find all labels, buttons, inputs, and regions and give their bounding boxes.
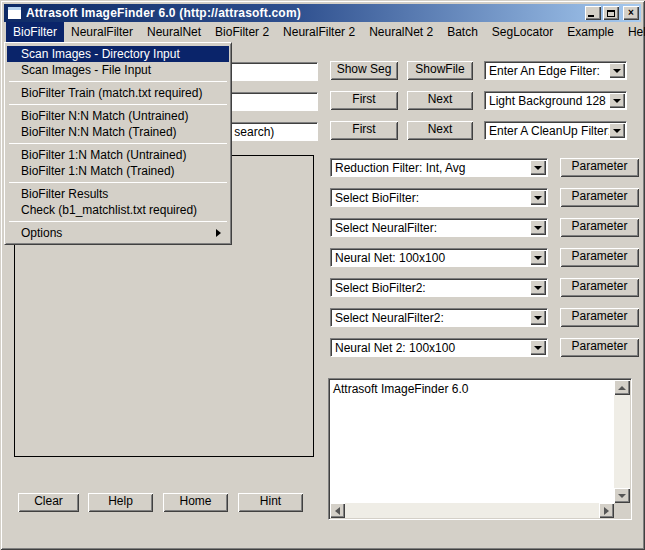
parameter-button-6[interactable]: Parameter (560, 308, 639, 327)
scrollbar-corner (614, 503, 630, 518)
chevron-down-icon (613, 69, 621, 73)
biofilter-select-value: Select BioFilter: (331, 189, 547, 206)
neuralfilter2-dropdown-button[interactable] (530, 310, 546, 325)
clear-button[interactable]: Clear (18, 493, 79, 512)
scroll-right-button[interactable] (599, 503, 614, 518)
chevron-down-icon (613, 99, 621, 103)
menu-separator (9, 182, 227, 183)
neural-net-dropdown-button[interactable] (530, 250, 546, 265)
menu-neuralnet2[interactable]: NeuralNet 2 (362, 22, 440, 42)
next-button-1[interactable]: Next (407, 91, 473, 110)
menu-neuralnet[interactable]: NeuralNet (140, 22, 208, 42)
home-button[interactable]: Home (163, 493, 228, 512)
menu-neuralfilter[interactable]: NeuralFilter (64, 22, 140, 42)
scroll-left-button[interactable] (330, 503, 345, 518)
biofilter-select[interactable]: Select BioFilter: (330, 188, 548, 207)
menu-item-1n-match-untrained[interactable]: BioFilter 1:N Match (Untrained) (7, 147, 229, 163)
menu-batch[interactable]: Batch (440, 22, 485, 42)
edge-filter-select[interactable]: Enter An Edge Filter: (484, 61, 627, 80)
reduction-filter-dropdown-button[interactable] (530, 160, 546, 175)
chevron-down-icon (534, 196, 542, 200)
output-log-text: Attrasoft ImageFinder 6.0 (330, 380, 614, 503)
show-file-button[interactable]: ShowFile (407, 61, 473, 80)
menu-item-scan-images-directory-input[interactable]: Scan Images - Directory Input (7, 46, 229, 62)
first-button-1[interactable]: First (330, 91, 398, 110)
chevron-down-icon (613, 129, 621, 133)
output-log[interactable]: Attrasoft ImageFinder 6.0 (328, 378, 632, 520)
menu-item-check-matchlist[interactable]: Check (b1_matchlist.txt required) (7, 202, 229, 218)
menu-separator (9, 221, 227, 222)
cleanup-filter-dropdown-button[interactable] (609, 123, 625, 138)
parameter-button-5[interactable]: Parameter (560, 278, 639, 297)
menu-item-nn-match-trained[interactable]: BioFilter N:N Match (Trained) (7, 124, 229, 140)
maximize-button[interactable] (603, 6, 619, 20)
window-title: Attrasoft ImageFinder 6.0 (http://attras… (26, 6, 583, 20)
biofilter2-select[interactable]: Select BioFilter2: (330, 278, 548, 297)
background-filter-dropdown-button[interactable] (609, 93, 625, 108)
reduction-filter-value: Reduction Filter: Int, Avg (331, 159, 547, 176)
arrow-left-icon (335, 507, 340, 515)
chevron-down-icon (534, 346, 542, 350)
minimize-button[interactable] (585, 6, 601, 20)
reduction-filter-select[interactable]: Reduction Filter: Int, Avg (330, 158, 548, 177)
edge-filter-value: Enter An Edge Filter: (485, 62, 626, 79)
parameter-button-7[interactable]: Parameter (560, 338, 639, 357)
cleanup-filter-value: Enter A CleanUp Filter: (485, 122, 626, 139)
menu-item-options-label: Options (21, 225, 62, 241)
edge-filter-dropdown-button[interactable] (609, 63, 625, 78)
title-bar[interactable]: Attrasoft ImageFinder 6.0 (http://attras… (4, 4, 641, 22)
background-filter-select[interactable]: Light Background 128 (484, 91, 627, 110)
neural-net2-dropdown-button[interactable] (530, 340, 546, 355)
hint-button[interactable]: Hint (238, 493, 303, 512)
biofilter2-dropdown-button[interactable] (530, 280, 546, 295)
cleanup-filter-select[interactable]: Enter A CleanUp Filter: (484, 121, 627, 140)
parameter-button-2[interactable]: Parameter (560, 188, 639, 207)
menu-example[interactable]: Example (560, 22, 621, 42)
scroll-down-button[interactable] (614, 488, 630, 503)
menu-seglocator[interactable]: SegLocator (485, 22, 560, 42)
close-icon: × (628, 7, 634, 19)
first-button-2[interactable]: First (330, 121, 398, 140)
menu-item-options[interactable]: Options (7, 225, 229, 241)
neuralfilter2-select[interactable]: Select NeuralFilter2: (330, 308, 548, 327)
menu-separator (9, 104, 227, 105)
parameter-button-1[interactable]: Parameter (560, 158, 639, 177)
maximize-icon (607, 10, 615, 17)
help-button[interactable]: Help (88, 493, 153, 512)
neuralfilter-dropdown-button[interactable] (530, 220, 546, 235)
next-button-2[interactable]: Next (407, 121, 473, 140)
menu-help[interactable]: Help (621, 22, 645, 42)
neuralfilter2-select-value: Select NeuralFilter2: (331, 309, 547, 326)
horizontal-scrollbar[interactable] (330, 503, 614, 518)
parameter-button-3[interactable]: Parameter (560, 218, 639, 237)
chevron-down-icon (534, 226, 542, 230)
menu-biofilter[interactable]: BioFilter (6, 22, 64, 42)
chevron-down-icon (534, 316, 542, 320)
vertical-scrollbar[interactable] (614, 380, 630, 503)
chevron-down-icon (534, 166, 542, 170)
scroll-up-button[interactable] (614, 380, 630, 395)
menu-item-scan-images-file-input[interactable]: Scan Images - File Input (7, 62, 229, 78)
background-filter-value: Light Background 128 (485, 92, 626, 109)
neuralfilter-select-value: Select NeuralFilter: (331, 219, 547, 236)
close-button[interactable]: × (623, 6, 639, 20)
app-window: Attrasoft ImageFinder 6.0 (http://attras… (0, 0, 645, 550)
neural-net2-select[interactable]: Neural Net 2: 100x100 (330, 338, 548, 357)
biofilter2-select-value: Select BioFilter2: (331, 279, 547, 296)
menu-neuralfilter2[interactable]: NeuralFilter 2 (276, 22, 362, 42)
menu-item-1n-match-trained[interactable]: BioFilter 1:N Match (Trained) (7, 163, 229, 179)
menu-biofilter2[interactable]: BioFilter 2 (208, 22, 276, 42)
menu-separator (9, 81, 227, 82)
biofilter-dropdown-menu: Scan Images - Directory Input Scan Image… (4, 42, 232, 245)
neural-net-select[interactable]: Neural Net: 100x100 (330, 248, 548, 267)
biofilter-dropdown-button[interactable] (530, 190, 546, 205)
neural-net-select-value: Neural Net: 100x100 (331, 249, 547, 266)
menu-item-nn-match-untrained[interactable]: BioFilter N:N Match (Untrained) (7, 108, 229, 124)
arrow-down-icon (618, 494, 626, 498)
parameter-button-4[interactable]: Parameter (560, 248, 639, 267)
chevron-down-icon (534, 286, 542, 290)
neuralfilter-select[interactable]: Select NeuralFilter: (330, 218, 548, 237)
menu-item-biofilter-results[interactable]: BioFilter Results (7, 186, 229, 202)
show-seg-button[interactable]: Show Seg (330, 61, 398, 80)
menu-item-biofilter-train[interactable]: BioFilter Train (match.txt required) (7, 85, 229, 101)
